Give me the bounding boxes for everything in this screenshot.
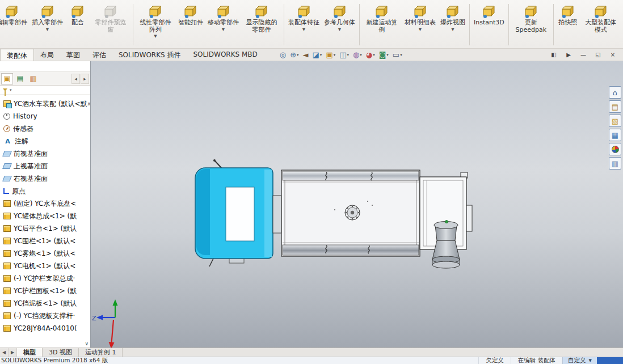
tree-scroll-down[interactable]: ∨ (85, 341, 89, 346)
statusbar-customize-caret: ▼ (589, 358, 592, 363)
section-view-button[interactable]: ◪▾ (312, 49, 323, 60)
view-palette-button[interactable]: ▦ (609, 129, 621, 141)
model-chassis-connector[interactable] (273, 196, 281, 233)
tree-item[interactable]: History (0, 110, 90, 122)
document-tab[interactable]: 模型 (17, 348, 43, 357)
tab-scroll-left-button[interactable]: ◀ (0, 348, 9, 357)
take-snapshot-button[interactable]: 拍快照 (556, 1, 580, 48)
linear-component-pattern-button[interactable]: 线性零部件阵列 ▼ (136, 1, 175, 48)
part-icon (3, 287, 11, 294)
next-window-button[interactable]: ▶ (563, 50, 574, 59)
close-window-button[interactable]: × (607, 50, 618, 59)
tree-item[interactable]: (-) YC挡泥板支撑杆· (0, 310, 90, 322)
ribbon-separator (133, 4, 133, 45)
command-tab[interactable]: SOLIDWORKS 插件 (112, 49, 187, 61)
smart-fasteners-button[interactable]: 智能扣件 (176, 1, 205, 48)
tree-item[interactable]: YC围栏<1> (默认< (0, 235, 90, 247)
reference-geometry-button[interactable]: 参考几何体 ▼ (322, 1, 357, 48)
move-component-button[interactable]: 移动零部件 ▼ (206, 1, 241, 48)
zoom-area-button[interactable]: ⊕▾ (289, 49, 300, 60)
model-fog-cannon[interactable] (432, 221, 460, 269)
view-orientation-button[interactable]: ▣▾ (325, 49, 336, 60)
view-settings-button[interactable]: ▭▾ (392, 49, 403, 60)
bill-of-materials-button[interactable]: 材料明细表 ▼ (403, 1, 437, 48)
propertymanager-tab[interactable]: ▤ (14, 73, 26, 84)
tree-item[interactable]: 右视基准面 (0, 172, 90, 185)
large-assembly-mode-button[interactable]: 大型装配体模式 (581, 1, 621, 48)
document-tab[interactable]: 3D 视图 (43, 348, 79, 357)
tree-item[interactable]: (-) YC护栏支架总成· (0, 272, 90, 285)
edit-appearance-button[interactable]: ◕▾ (365, 49, 376, 60)
tree-item[interactable]: YC28JY84A-04010( (0, 322, 90, 335)
instant3d-button[interactable]: Instant3D (472, 1, 506, 48)
command-tab[interactable]: 评估 (86, 49, 112, 61)
tree-root-item[interactable]: YC洒水车装配 (默认<默 ∧ (0, 98, 90, 110)
tree-item[interactable]: 原点 (0, 185, 90, 197)
previous-view-button[interactable]: ◄ (302, 49, 310, 60)
file-explorer-button[interactable]: ▧ (609, 115, 621, 127)
ribbon-separator (553, 4, 554, 45)
tree-item[interactable]: 传感器 (0, 122, 90, 135)
insert-components-button[interactable]: 插入零部件 ▼ (30, 1, 65, 48)
tree-item[interactable]: 前视基准面 (0, 147, 90, 160)
command-tab[interactable]: SOLIDWORKS MBD (187, 49, 263, 61)
new-motion-study-button[interactable]: 新建运动算例 (362, 1, 402, 48)
tree-item[interactable]: YC护栏面板<1> (默 (0, 285, 90, 297)
zoom-fit-button[interactable]: ◎ (279, 49, 287, 60)
plane-icon (2, 151, 12, 156)
design-library-button[interactable]: ▤ (609, 100, 621, 113)
tree-item[interactable]: YC后平台<1> (默认 (0, 222, 90, 235)
statusbar-customize-button[interactable]: 自定义 ▼ (562, 357, 597, 364)
assembly-model[interactable]: Z (91, 61, 623, 348)
apply-scene-button[interactable]: ◙▾ (378, 49, 390, 60)
restore-window-button[interactable]: ◱ (592, 50, 604, 59)
appearances-scenes-button[interactable] (609, 143, 621, 155)
zoom-area-icon: ⊕ (290, 51, 296, 58)
task-pane: ⌂▤▧▦▥ (609, 86, 621, 170)
annotation-icon (3, 137, 12, 145)
dropdown-caret-icon: ▾ (297, 53, 299, 57)
tree-item[interactable]: YC挡泥板<1> (默认 (0, 297, 90, 310)
tree-item[interactable]: YC电机<1> (默认< (0, 260, 90, 272)
hide-show-items-button[interactable]: ◍▾ (352, 49, 363, 60)
tree-item[interactable]: YC雾炮<1> (默认< (0, 247, 90, 260)
previous-window-button[interactable]: ◧ (548, 50, 559, 59)
tree-item[interactable]: 注解 (0, 135, 90, 147)
reference-geometry-icon (331, 3, 348, 19)
mate-button[interactable]: 配合 (66, 1, 90, 48)
display-style-button[interactable]: ◫▾ (338, 49, 350, 60)
assembly-features-button[interactable]: 装配体特征 ▼ (287, 1, 321, 48)
panel-scroll-left-button[interactable]: ◂ (71, 74, 80, 84)
filter-dropdown-caret[interactable]: ▾ (10, 88, 12, 92)
filter-icon[interactable] (3, 88, 7, 91)
graphics-area[interactable]: Z ⌂▤▧▦▥ (91, 61, 623, 348)
tree-item[interactable]: (固定) YC水车底盘< (0, 197, 90, 210)
minimize-window-button[interactable]: — (578, 50, 589, 59)
exploded-view-button[interactable]: 爆炸视图 ▼ (439, 1, 467, 48)
dropdown-caret-icon: ▾ (400, 53, 402, 57)
tab-scroll-right-button[interactable]: ▶ (9, 348, 17, 357)
featuremanager-tab[interactable]: ▣ (1, 73, 13, 84)
document-tab[interactable]: 运动算例 1 (79, 348, 123, 357)
model-tank[interactable] (281, 170, 420, 256)
part-icon (3, 300, 11, 307)
tree-item[interactable]: 上视基准面 (0, 160, 90, 172)
command-tab[interactable]: 布局 (34, 49, 60, 61)
update-speedpak-button[interactable]: 更新Speedpak (511, 1, 551, 48)
model-cab[interactable] (195, 159, 273, 266)
solidworks-resources-button[interactable]: ⌂ (609, 86, 621, 99)
custom-properties-button[interactable]: ▥ (609, 157, 621, 170)
appearances-scenes-icon (612, 146, 619, 153)
panel-scroll-right-button[interactable]: ▸ (81, 74, 89, 84)
command-tab[interactable]: 草图 (60, 49, 86, 61)
tree-scroll-up[interactable]: ∧ (87, 101, 90, 107)
command-tab[interactable]: 装配体 (0, 49, 34, 61)
component-preview-window-button[interactable]: 零部件预览窗 (91, 1, 131, 48)
zoom-fit-icon: ◎ (280, 51, 286, 58)
configurationmanager-tab[interactable]: ▥ (27, 73, 39, 84)
part-icon (3, 225, 11, 232)
show-hidden-components-button[interactable]: 显示隐藏的零部件 (242, 1, 281, 48)
take-snapshot-icon (559, 3, 576, 19)
tree-item[interactable]: YC罐体总成<1> (默 (0, 210, 90, 222)
edit-component-button[interactable]: 编辑零部件 (0, 1, 29, 48)
